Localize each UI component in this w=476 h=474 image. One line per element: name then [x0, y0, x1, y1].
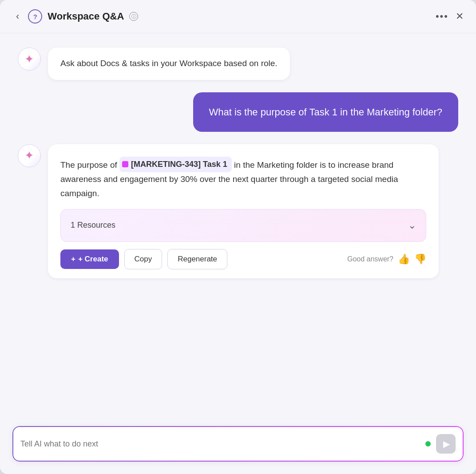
create-button[interactable]: + + Create: [60, 249, 119, 269]
intro-bubble: Ask about Docs & tasks in your Workspace…: [48, 47, 290, 80]
resources-label: 1 Resources: [71, 219, 115, 232]
header-right: ••• ✕: [436, 11, 464, 22]
thumbs-down-button[interactable]: 👎: [414, 253, 426, 265]
header-left: ‹ ? Workspace Q&A ⓘ: [12, 9, 436, 24]
ai-avatar: ✦: [18, 47, 41, 71]
thumbs-down-icon: 👎: [414, 253, 426, 265]
input-wrapper: ▶: [12, 426, 464, 462]
chat-window: ‹ ? Workspace Q&A ⓘ ••• ✕ ✦ Ask about Do…: [0, 0, 476, 474]
close-button[interactable]: ✕: [456, 11, 464, 22]
resources-accordion[interactable]: 1 Resources ⌄: [60, 209, 426, 242]
feedback-section: Good answer? 👍 👎: [347, 253, 426, 265]
task-color-dot: [122, 161, 128, 167]
help-icon: ?: [28, 9, 42, 24]
copy-button[interactable]: Copy: [124, 249, 163, 269]
more-options-button[interactable]: •••: [436, 11, 448, 22]
chat-input[interactable]: [20, 439, 420, 449]
response-text: The purpose of [MARKETING-343] Task 1 in…: [60, 157, 426, 200]
sparkle-icon-2: ✦: [24, 149, 34, 162]
task-tag[interactable]: [MARKETING-343] Task 1: [119, 157, 232, 173]
thumbs-up-button[interactable]: 👍: [398, 253, 410, 265]
user-message: What is the purpose of Task 1 in the Mar…: [18, 92, 458, 132]
intro-message: ✦ Ask about Docs & tasks in your Workspa…: [18, 47, 458, 80]
ai-response-avatar: ✦: [18, 144, 41, 167]
online-status-dot: [425, 441, 431, 446]
info-icon[interactable]: ⓘ: [129, 12, 138, 21]
sparkle-icon: ✦: [24, 52, 34, 66]
regenerate-button[interactable]: Regenerate: [167, 249, 227, 269]
send-icon: ▶: [443, 438, 450, 449]
thumbs-up-icon: 👍: [398, 253, 410, 265]
response-bubble: The purpose of [MARKETING-343] Task 1 in…: [48, 144, 439, 279]
action-row: + + Create Copy Regenerate Good answer? …: [60, 249, 426, 269]
chevron-down-icon: ⌄: [408, 217, 416, 233]
header: ‹ ? Workspace Q&A ⓘ ••• ✕: [0, 0, 476, 33]
plus-icon: +: [71, 255, 75, 264]
page-title: Workspace Q&A: [48, 11, 124, 22]
user-bubble: What is the purpose of Task 1 in the Mar…: [193, 92, 458, 132]
back-button[interactable]: ‹: [12, 9, 23, 24]
chat-area: ✦ Ask about Docs & tasks in your Workspa…: [0, 33, 476, 418]
input-area: ▶: [0, 418, 476, 474]
ai-response: ✦ The purpose of [MARKETING-343] Task 1 …: [18, 144, 458, 279]
send-button[interactable]: ▶: [436, 434, 456, 454]
